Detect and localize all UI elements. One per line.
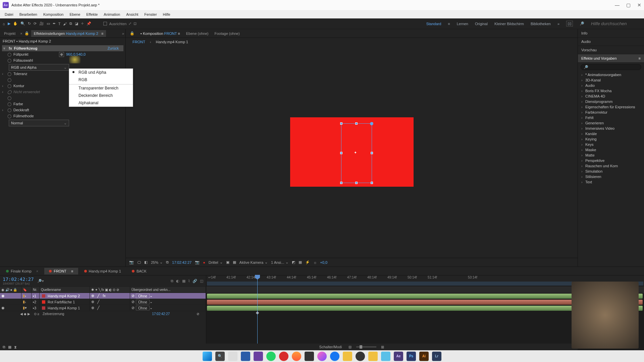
- illustrator-icon[interactable]: Ai: [419, 352, 429, 361]
- handle-mr[interactable]: [371, 152, 373, 154]
- panel-effects-presets[interactable]: Effekte und Vorgaben≡: [578, 54, 644, 63]
- reset-link[interactable]: Zurück: [107, 46, 122, 50]
- bin-icon[interactable]: ▦: [8, 345, 11, 349]
- playhead[interactable]: [257, 276, 258, 350]
- graph-icon[interactable]: ⧉: [171, 279, 173, 283]
- popup-option[interactable]: RGB: [69, 76, 133, 83]
- mask-icon[interactable]: ◧: [144, 260, 148, 264]
- menu-icon[interactable]: ≡: [448, 22, 450, 26]
- views-select[interactable]: 1 Ansi... ⌄: [271, 260, 288, 264]
- text-tool-icon[interactable]: T: [58, 22, 61, 26]
- panel-audio[interactable]: Audio: [578, 38, 644, 46]
- rotate-tool-icon[interactable]: ⟳: [34, 21, 37, 26]
- screen-icon[interactable]: 🖵: [137, 260, 141, 264]
- workspace-lernen[interactable]: Lernen: [457, 22, 468, 26]
- handle-tl[interactable]: [340, 122, 342, 125]
- tree-item[interactable]: Simulation: [580, 169, 642, 174]
- menu-bearbeiten[interactable]: Bearbeiten: [17, 11, 40, 17]
- frame-blend-icon[interactable]: ◫: [200, 279, 203, 283]
- taskbar-app[interactable]: [279, 352, 288, 361]
- tree-item[interactable]: Rauschen und Korn: [580, 163, 642, 169]
- zoom-select[interactable]: 25% ⌄: [151, 260, 163, 264]
- breadcrumb-parent[interactable]: Handy.mp4 Komp 1: [156, 40, 188, 44]
- fillmethod-dropdown[interactable]: Normal⌄: [9, 120, 69, 126]
- timeline-tab[interactable]: Finale Komp×: [1, 268, 43, 275]
- motion-blur-icon[interactable]: ◐: [176, 279, 179, 283]
- stamp-tool-icon[interactable]: ⧉: [69, 21, 72, 26]
- workspace-standard[interactable]: Standard: [426, 22, 441, 26]
- puppet-tool-icon[interactable]: 📌: [87, 21, 91, 26]
- workspace-more-icon[interactable]: »: [557, 22, 559, 26]
- viewer-tab-ebene[interactable]: Ebene (ohne): [186, 32, 209, 36]
- fillpoint-value[interactable]: 960,0,540,0: [66, 52, 86, 56]
- target-icon[interactable]: ⊕: [59, 52, 64, 57]
- tree-item[interactable]: CINEMA 4D: [580, 94, 642, 99]
- workspace-original[interactable]: Original: [475, 22, 488, 26]
- effect-header[interactable]: ▾ fx Füllwerkzeug Zurück: [2, 45, 123, 51]
- tree-item[interactable]: Matte: [580, 153, 642, 158]
- timeline-sublayer[interactable]: ◀ ◆ ▶ ⊙ ≥ Zeitverzerrung 17:02:42:27 ⊘: [0, 311, 206, 316]
- menu-ebene[interactable]: Ebene: [67, 11, 83, 17]
- tree-item[interactable]: Keys: [580, 142, 642, 147]
- whatsapp-icon[interactable]: [266, 352, 276, 361]
- timeline-layer-row[interactable]: ▮ › ▪ 2 Rot Farbfläche 1 ⊕ ╱ ⊘ Ohne ⌄: [0, 299, 206, 305]
- shy-icon[interactable]: ⌇: [188, 279, 190, 283]
- handle-bm[interactable]: [355, 182, 358, 184]
- render-icon[interactable]: ⧗: [14, 345, 17, 349]
- zoom-out-icon[interactable]: ⊟: [348, 345, 352, 349]
- minimize-button[interactable]: —: [615, 2, 620, 8]
- hand-tool-icon[interactable]: ✋: [13, 21, 18, 26]
- zoom-slider[interactable]: [356, 346, 376, 348]
- zoom-in-icon[interactable]: ⊞: [381, 345, 384, 349]
- search-input[interactable]: [591, 21, 641, 26]
- snapshot-icon[interactable]: 📷: [195, 260, 200, 264]
- effects-search[interactable]: [581, 64, 641, 70]
- popup-option[interactable]: Alphakanal: [69, 99, 133, 107]
- rotation-handle[interactable]: [370, 122, 373, 125]
- effect-controls-tab[interactable]: Effekteinstellungen Handy.mp4 Komp 2 ≡: [31, 30, 106, 37]
- workspace-kleiner[interactable]: Kleiner Bildschirm: [494, 22, 524, 26]
- workspace-bibliotheken[interactable]: Bibliotheken: [531, 22, 551, 26]
- snap-mode-icon[interactable]: ⊡: [133, 21, 137, 26]
- obs-icon[interactable]: [356, 352, 365, 361]
- panel-more-icon[interactable]: »: [122, 32, 124, 36]
- tree-item[interactable]: Fehlt: [580, 115, 642, 120]
- snap-tool-icon[interactable]: ⤢: [128, 21, 131, 26]
- projekt-tab[interactable]: Projekt: [1, 30, 18, 37]
- composition-canvas[interactable]: ✦: [290, 117, 414, 187]
- tree-item[interactable]: Immersives Video: [580, 126, 642, 131]
- popup-option[interactable]: RGB und Alpha: [69, 69, 133, 76]
- maximize-button[interactable]: ▢: [626, 2, 631, 8]
- tree-item[interactable]: Keying: [580, 136, 642, 142]
- resolution-select[interactable]: Drittel ⌄: [209, 260, 223, 264]
- breadcrumb-current[interactable]: FRONT: [132, 40, 145, 44]
- canvas-area[interactable]: ✦: [126, 46, 578, 258]
- lightroom-icon[interactable]: Lr: [432, 352, 441, 361]
- taskbar-app[interactable]: [305, 352, 314, 361]
- exposure-icon[interactable]: ☼: [313, 260, 317, 264]
- menu-komposition[interactable]: Komposition: [41, 11, 66, 17]
- popup-option[interactable]: Deckender Bereich: [69, 92, 133, 99]
- popup-option[interactable]: Transparenter Bereich: [69, 84, 133, 92]
- menu-hilfe[interactable]: Hilfe: [160, 11, 173, 17]
- eraser-tool-icon[interactable]: ◪: [75, 21, 78, 26]
- panel-info[interactable]: Info: [578, 29, 644, 38]
- timecode-icon[interactable]: ⧉: [166, 260, 169, 264]
- magnify-icon[interactable]: 📷: [129, 260, 134, 264]
- orbit-tool-icon[interactable]: ↻: [28, 21, 31, 26]
- panel-vorschau[interactable]: Vorschau: [578, 46, 644, 54]
- camera-select[interactable]: Aktive Kamera ⌄: [239, 260, 268, 264]
- selection-tool-icon[interactable]: ▶: [8, 21, 10, 26]
- timeline-tab[interactable]: BACK: [127, 268, 151, 275]
- tree-item[interactable]: Eigenschaften für Expressions: [580, 104, 642, 110]
- handle-ml[interactable]: [340, 152, 342, 154]
- facebook-icon[interactable]: [330, 352, 339, 361]
- roto-tool-icon[interactable]: ✧: [81, 21, 84, 26]
- link-icon[interactable]: 🔗: [193, 279, 197, 283]
- search-icon[interactable]: 🔎: [580, 21, 584, 26]
- timeline-tab[interactable]: FRONT≡: [44, 268, 78, 275]
- shape-tool-icon[interactable]: ▭: [47, 21, 50, 26]
- pen-tool-icon[interactable]: ✒: [53, 21, 56, 26]
- tree-item[interactable]: Generieren: [580, 120, 642, 126]
- photoshop-icon[interactable]: Ps: [407, 352, 416, 361]
